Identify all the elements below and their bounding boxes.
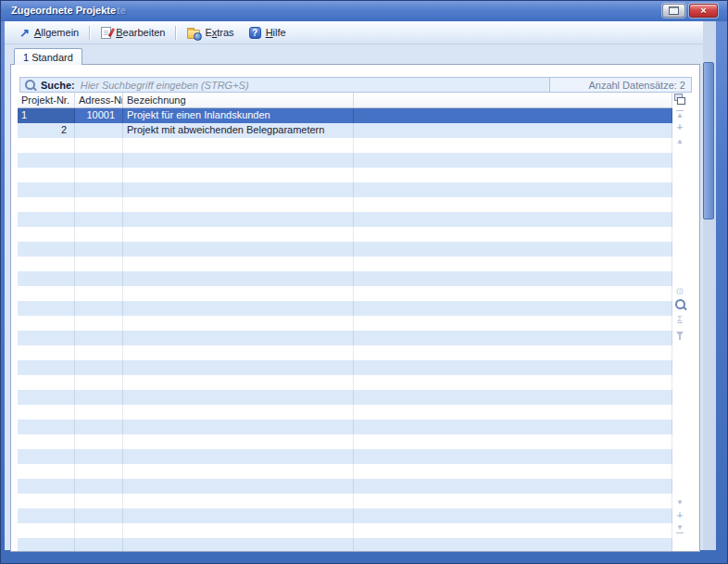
table-cell[interactable] — [75, 538, 123, 551]
search-input[interactable]: Suche: Hier Suchbegriff eingeben (STRG+S… — [19, 77, 550, 93]
move-up-icon[interactable]: + — [673, 121, 686, 133]
header-cell-bezeichnung[interactable]: Bezeichnung — [123, 93, 354, 107]
table-row[interactable] — [18, 464, 672, 479]
table-cell[interactable] — [18, 405, 75, 420]
table-cell[interactable] — [75, 286, 123, 301]
table-cell[interactable] — [18, 271, 75, 286]
table-cell[interactable] — [18, 242, 75, 257]
table-row[interactable] — [18, 360, 672, 375]
table-cell[interactable] — [354, 331, 672, 345]
table-row[interactable] — [18, 168, 672, 182]
table-row[interactable] — [18, 212, 672, 227]
table-cell[interactable] — [123, 449, 354, 464]
table-cell[interactable] — [75, 242, 123, 257]
toolbar-button-extras[interactable]: Extras — [180, 25, 241, 41]
table-cell[interactable] — [123, 464, 354, 479]
table-cell[interactable] — [18, 331, 75, 345]
table-cell[interactable] — [354, 523, 672, 538]
table-cell[interactable] — [75, 227, 123, 242]
table-cell[interactable] — [18, 227, 75, 242]
table-cell[interactable] — [354, 182, 672, 197]
table-cell[interactable] — [75, 123, 123, 138]
table-cell[interactable] — [123, 538, 354, 551]
table-row[interactable] — [18, 153, 672, 168]
table-row[interactable] — [18, 242, 672, 257]
table-cell[interactable] — [354, 153, 672, 168]
table-cell[interactable] — [123, 375, 354, 390]
table-cell[interactable] — [18, 301, 75, 316]
table-cell[interactable] — [75, 420, 123, 434]
header-cell-extra[interactable] — [354, 93, 672, 107]
table-cell[interactable] — [123, 508, 354, 523]
table-cell[interactable] — [75, 331, 123, 345]
table-row[interactable] — [18, 182, 672, 197]
table-cell[interactable] — [354, 464, 672, 479]
scroll-top-icon[interactable]: ▲ — [673, 108, 686, 120]
table-cell[interactable]: 10001 — [75, 108, 123, 123]
table-row[interactable] — [18, 331, 672, 345]
table-cell[interactable] — [75, 138, 123, 153]
table-cell[interactable] — [75, 345, 123, 360]
table-cell[interactable] — [18, 138, 75, 153]
table-cell[interactable] — [354, 242, 672, 257]
table-row[interactable] — [18, 508, 672, 523]
table-cell[interactable] — [354, 227, 672, 242]
table-cell[interactable] — [18, 375, 75, 390]
next-record-icon[interactable]: ▼ — [673, 496, 686, 508]
table-cell[interactable] — [18, 508, 75, 523]
table-cell[interactable] — [354, 538, 672, 551]
move-down-icon[interactable]: + — [673, 509, 686, 521]
table-row[interactable]: 2Projekt mit abweichenden Belegparameter… — [18, 123, 672, 138]
table-cell[interactable] — [75, 479, 123, 494]
table-cell[interactable] — [75, 375, 123, 390]
table-cell[interactable] — [354, 375, 672, 390]
prev-record-icon[interactable]: ▲ — [673, 135, 686, 147]
table-row[interactable] — [18, 301, 672, 316]
table-row[interactable]: 110001Projekt für einen Inlandskunden — [18, 108, 672, 123]
table-cell[interactable] — [123, 271, 354, 286]
filter-icon[interactable] — [673, 328, 686, 340]
header-cell-projekt-nr[interactable]: Projekt-Nr. — [18, 93, 75, 107]
table-cell[interactable] — [354, 479, 672, 494]
scroll-bottom-icon[interactable]: ▼ — [673, 522, 686, 534]
table-cell[interactable] — [123, 360, 354, 375]
table-cell[interactable] — [354, 360, 672, 375]
table-cell[interactable] — [18, 449, 75, 464]
tab-standard[interactable]: 1 Standard — [14, 48, 82, 65]
table-row[interactable] — [18, 375, 672, 390]
table-cell[interactable] — [123, 390, 354, 405]
table-cell[interactable] — [123, 494, 354, 508]
table-cell[interactable] — [354, 271, 672, 286]
table-cell[interactable] — [75, 153, 123, 168]
fit-columns-icon[interactable]: (|) — [673, 284, 686, 296]
table-cell[interactable] — [354, 316, 672, 331]
table-cell[interactable] — [354, 123, 672, 138]
table-cell[interactable] — [75, 494, 123, 508]
table-cell[interactable] — [354, 197, 672, 212]
toolbar-button-allgemein[interactable]: ↗Allgemein — [12, 25, 86, 40]
toolbar-button-hilfe[interactable]: ?Hilfe — [242, 25, 294, 41]
table-cell[interactable] — [75, 434, 123, 449]
table-cell[interactable] — [18, 464, 75, 479]
table-row[interactable] — [18, 538, 672, 551]
table-cell[interactable] — [354, 168, 672, 182]
table-cell[interactable] — [354, 494, 672, 508]
table-cell[interactable] — [123, 434, 354, 449]
table-cell[interactable] — [18, 494, 75, 508]
table-cell[interactable] — [18, 286, 75, 301]
table-cell[interactable] — [18, 197, 75, 212]
table-cell[interactable] — [354, 108, 672, 123]
table-cell[interactable] — [75, 197, 123, 212]
table-cell[interactable] — [75, 360, 123, 375]
dock-button[interactable] — [662, 4, 685, 18]
table-cell[interactable] — [123, 257, 354, 271]
table-row[interactable] — [18, 479, 672, 494]
table-row[interactable] — [18, 316, 672, 331]
sum-icon[interactable]: Σ — [673, 313, 686, 325]
table-cell[interactable] — [123, 331, 354, 345]
table-cell[interactable] — [354, 405, 672, 420]
table-row[interactable] — [18, 494, 672, 508]
table-cell[interactable] — [75, 182, 123, 197]
table-cell[interactable] — [123, 153, 354, 168]
table-cell[interactable] — [18, 345, 75, 360]
